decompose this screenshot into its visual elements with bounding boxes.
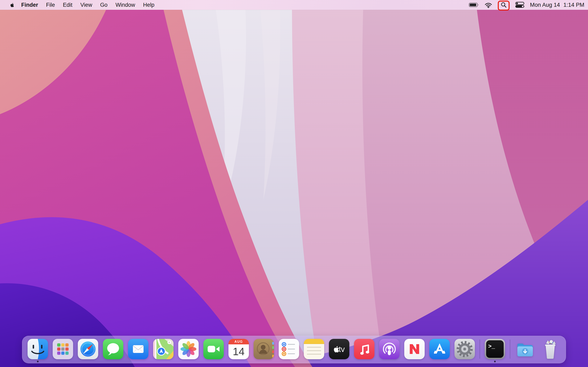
- dock-divider[interactable]: [510, 340, 510, 359]
- menu-view[interactable]: View: [80, 2, 92, 8]
- dock-item-app-store[interactable]: [429, 339, 450, 359]
- dock-item-mail[interactable]: [128, 339, 148, 359]
- running-indicator: [37, 361, 39, 362]
- clock-time: 1:14 PM: [563, 2, 584, 8]
- terminal-icon: >_: [485, 339, 505, 359]
- dock-item-calendar[interactable]: AUG 14: [228, 339, 249, 359]
- mail-icon: [128, 339, 148, 359]
- dock: AUG 14: [22, 336, 566, 363]
- news-icon: [404, 339, 425, 359]
- calendar-day-label: 14: [228, 343, 249, 359]
- photos-icon: [178, 339, 199, 359]
- menu-help[interactable]: Help: [143, 2, 155, 8]
- facetime-icon: [203, 339, 224, 359]
- contacts-icon: [254, 339, 274, 359]
- menu-file[interactable]: File: [46, 2, 55, 8]
- notes-header: [304, 339, 324, 344]
- launchpad-icon: [53, 339, 73, 359]
- menu-bar-status: Mon Aug 14 1:14 PM: [469, 0, 588, 10]
- dock-item-music[interactable]: [354, 339, 374, 359]
- apple-tv-label: tv: [339, 345, 345, 354]
- notes-icon: [304, 339, 324, 359]
- messages-icon: [103, 339, 123, 359]
- dock-item-reminders[interactable]: [279, 339, 299, 359]
- dock-item-system-preferences[interactable]: [454, 339, 475, 359]
- dock-item-safari[interactable]: [78, 339, 98, 359]
- app-store-icon: [429, 339, 450, 359]
- spotlight-search-icon[interactable]: [498, 0, 510, 10]
- calendar-icon: AUG 14: [228, 339, 249, 359]
- trash-full-icon: [540, 339, 561, 359]
- wallpaper-image: [0, 0, 588, 367]
- apple-menu-icon[interactable]: [9, 1, 16, 8]
- menu-bar: Finder File Edit View Go Window Help: [0, 0, 588, 10]
- apple-logo-icon: [9, 2, 16, 8]
- safari-icon: [78, 339, 98, 359]
- menu-window[interactable]: Window: [116, 2, 135, 8]
- apple-tv-icon: tv: [329, 339, 349, 359]
- dock-item-photos[interactable]: [178, 339, 199, 359]
- wifi-icon[interactable]: [484, 0, 492, 10]
- dock-item-messages[interactable]: [103, 339, 123, 359]
- menu-list: Finder File Edit View Go Window Help: [21, 2, 154, 8]
- dock-item-news[interactable]: [404, 339, 425, 359]
- podcasts-icon: [379, 339, 399, 359]
- clock-date: Mon Aug 14: [530, 2, 560, 8]
- dock-item-maps[interactable]: [153, 339, 173, 359]
- music-icon: [354, 339, 374, 359]
- running-indicator: [494, 361, 496, 362]
- dock-item-trash[interactable]: [540, 339, 561, 359]
- downloads-folder-icon: [515, 339, 535, 359]
- menu-go[interactable]: Go: [100, 2, 108, 8]
- system-preferences-icon: [454, 339, 475, 359]
- finder-icon: [27, 339, 48, 359]
- dock-divider[interactable]: [480, 340, 480, 359]
- dock-item-notes[interactable]: [304, 339, 324, 359]
- dock-item-contacts[interactable]: [254, 339, 274, 359]
- dock-item-apple-tv[interactable]: tv: [329, 339, 349, 359]
- dock-item-terminal[interactable]: >_: [485, 339, 505, 359]
- menu-bar-clock[interactable]: Mon Aug 14 1:14 PM: [530, 2, 584, 8]
- dock-item-podcasts[interactable]: [379, 339, 399, 359]
- dock-item-finder[interactable]: [27, 339, 48, 359]
- reminders-icon: [279, 339, 299, 359]
- desktop[interactable]: Finder File Edit View Go Window Help: [0, 0, 588, 367]
- menu-edit[interactable]: Edit: [63, 2, 72, 8]
- dock-item-launchpad[interactable]: [53, 339, 73, 359]
- dock-item-facetime[interactable]: [203, 339, 224, 359]
- maps-icon: [153, 339, 173, 359]
- dock-item-downloads[interactable]: [515, 339, 535, 359]
- control-center-icon[interactable]: [515, 0, 525, 10]
- battery-icon[interactable]: [469, 0, 479, 10]
- menu-app-name[interactable]: Finder: [21, 2, 38, 8]
- terminal-prompt-label: >_: [488, 343, 495, 350]
